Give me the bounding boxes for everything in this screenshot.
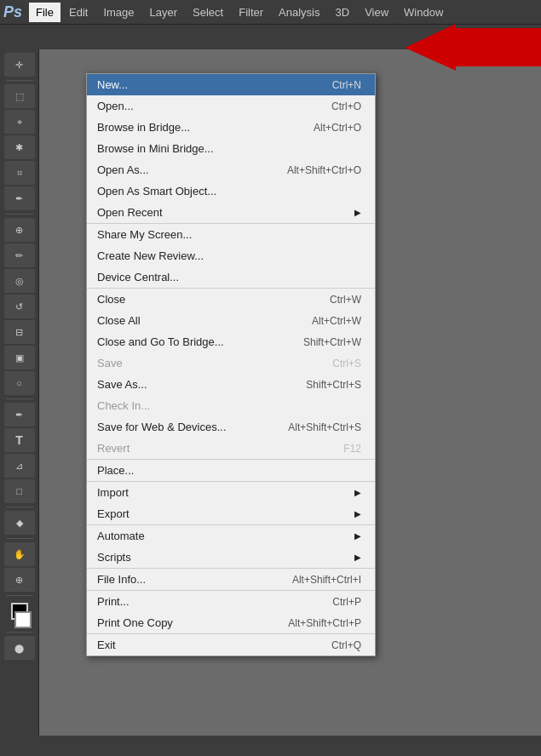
menu-item-place[interactable]: Place... — [87, 460, 375, 481]
menu-image[interactable]: Image — [96, 3, 141, 22]
quick-select-tool[interactable]: ✱ — [4, 135, 35, 159]
menu-section-share: Share My Screen... Create New Review... … — [87, 224, 375, 289]
menu-item-export[interactable]: Export ▶ — [87, 503, 375, 524]
menu-layer[interactable]: Layer — [143, 3, 185, 22]
menu-view[interactable]: View — [358, 3, 395, 22]
menu-bar: Ps File Edit Image Layer Select Filter A… — [0, 0, 541, 24]
menu-items: File Edit Image Layer Select Filter Anal… — [29, 3, 450, 22]
menu-item-file-info[interactable]: File Info... Alt+Shift+Ctrl+I — [87, 569, 375, 590]
brush-tool[interactable]: ✏ — [4, 243, 35, 267]
type-tool[interactable]: T — [4, 428, 35, 452]
menu-item-import[interactable]: Import ▶ — [87, 482, 375, 503]
eyedropper-tool[interactable]: ✒ — [4, 186, 35, 210]
menu-section-close-save: Close Ctrl+W Close All Alt+Ctrl+W Close … — [87, 289, 375, 460]
clone-tool[interactable]: ◎ — [4, 269, 35, 293]
menu-item-browse-mini[interactable]: Browse in Mini Bridge... — [87, 138, 375, 159]
menu-item-save-as[interactable]: Save As... Shift+Ctrl+S — [87, 374, 375, 395]
menu-analysis[interactable]: Analysis — [272, 3, 326, 22]
menu-item-close[interactable]: Close Ctrl+W — [87, 289, 375, 310]
menu-window[interactable]: Window — [397, 3, 450, 22]
menu-item-check-in: Check In... — [87, 395, 375, 416]
menu-item-automate[interactable]: Automate ▶ — [87, 525, 375, 547]
menu-item-scripts[interactable]: Scripts ▶ — [87, 547, 375, 568]
hand-tool[interactable]: ✋ — [4, 542, 35, 566]
3d-tool[interactable]: ◆ — [4, 511, 35, 535]
menu-item-new[interactable]: New... Ctrl+N — [87, 74, 375, 95]
menu-item-create-review[interactable]: Create New Review... — [87, 245, 375, 266]
shape-tool[interactable]: □ — [4, 479, 35, 503]
menu-file[interactable]: File — [29, 3, 60, 22]
menu-edit[interactable]: Edit — [62, 3, 95, 22]
file-dropdown-menu: New... Ctrl+N Open... Ctrl+O Browse in B… — [86, 73, 376, 656]
menu-item-revert: Revert F12 — [87, 438, 375, 459]
toolbar: ✛ ⬚ ⌖ ✱ ⌗ ✒ ⊕ ✏ ◎ ↺ ⊟ ▣ ○ ✒ T ⊿ □ ◆ ✋ ⊕ … — [0, 49, 39, 736]
menu-item-device-central[interactable]: Device Central... — [87, 266, 375, 288]
tool-divider-6 — [6, 595, 33, 596]
tool-divider-4 — [6, 507, 33, 507]
history-tool[interactable]: ↺ — [4, 295, 35, 318]
zoom-tool[interactable]: ⊕ — [4, 568, 35, 592]
menu-3d[interactable]: 3D — [329, 3, 357, 22]
menu-item-close-all[interactable]: Close All Alt+Ctrl+W — [87, 310, 375, 331]
tool-divider-1 — [6, 80, 33, 81]
menu-item-open-as[interactable]: Open As... Alt+Shift+Ctrl+O — [87, 159, 375, 180]
menu-section-open: New... Ctrl+N Open... Ctrl+O Browse in B… — [87, 74, 375, 224]
crop-tool[interactable]: ⌗ — [4, 161, 35, 185]
move-tool[interactable]: ✛ — [4, 53, 35, 77]
background-color[interactable] — [14, 611, 32, 628]
menu-item-open-smart[interactable]: Open As Smart Object... — [87, 180, 375, 202]
gradient-tool[interactable]: ▣ — [4, 346, 35, 369]
menu-section-import-export: Import ▶ Export ▶ — [87, 482, 375, 525]
healing-tool[interactable]: ⊕ — [4, 218, 35, 242]
tool-divider-7 — [6, 632, 33, 633]
menu-item-open[interactable]: Open... Ctrl+O — [87, 95, 375, 117]
menu-section-fileinfo: File Info... Alt+Shift+Ctrl+I — [87, 569, 375, 591]
menu-item-exit[interactable]: Exit Ctrl+Q — [87, 634, 375, 656]
dodge-tool[interactable]: ○ — [4, 371, 35, 395]
menu-item-open-recent[interactable]: Open Recent ▶ — [87, 202, 375, 223]
path-tool[interactable]: ⊿ — [4, 454, 35, 478]
menu-section-print: Print... Ctrl+P Print One Copy Alt+Shift… — [87, 591, 375, 634]
lasso-tool[interactable]: ⌖ — [4, 110, 35, 134]
tool-divider-5 — [6, 538, 33, 539]
canvas-area: New... Ctrl+N Open... Ctrl+O Browse in B… — [39, 49, 541, 736]
marquee-tool[interactable]: ⬚ — [4, 84, 35, 108]
menu-item-print[interactable]: Print... Ctrl+P — [87, 591, 375, 612]
menu-section-automate: Automate ▶ Scripts ▶ — [87, 525, 375, 569]
tool-divider-3 — [6, 398, 33, 399]
tool-divider-2 — [6, 214, 33, 215]
eraser-tool[interactable]: ⊟ — [4, 320, 35, 344]
pen-tool[interactable]: ✒ — [4, 403, 35, 427]
menu-item-close-bridge[interactable]: Close and Go To Bridge... Shift+Ctrl+W — [87, 331, 375, 352]
menu-section-exit: Exit Ctrl+Q — [87, 634, 375, 656]
menu-item-save-web[interactable]: Save for Web & Devices... Alt+Shift+Ctrl… — [87, 416, 375, 438]
menu-item-save: Save Ctrl+S — [87, 352, 375, 374]
menu-item-share-screen[interactable]: Share My Screen... — [87, 224, 375, 245]
menu-item-browse-bridge[interactable]: Browse in Bridge... Alt+Ctrl+O — [87, 117, 375, 138]
ps-logo: Ps — [3, 3, 22, 21]
menu-section-place: Place... — [87, 460, 375, 482]
options-bar — [0, 24, 541, 49]
quick-mask-tool[interactable]: ⬤ — [4, 636, 35, 660]
status-bar — [0, 736, 541, 756]
main-area: ✛ ⬚ ⌖ ✱ ⌗ ✒ ⊕ ✏ ◎ ↺ ⊟ ▣ ○ ✒ T ⊿ □ ◆ ✋ ⊕ … — [0, 49, 541, 736]
menu-item-print-copy[interactable]: Print One Copy Alt+Shift+Ctrl+P — [87, 612, 375, 633]
menu-select[interactable]: Select — [186, 3, 230, 22]
menu-filter[interactable]: Filter — [232, 3, 270, 22]
